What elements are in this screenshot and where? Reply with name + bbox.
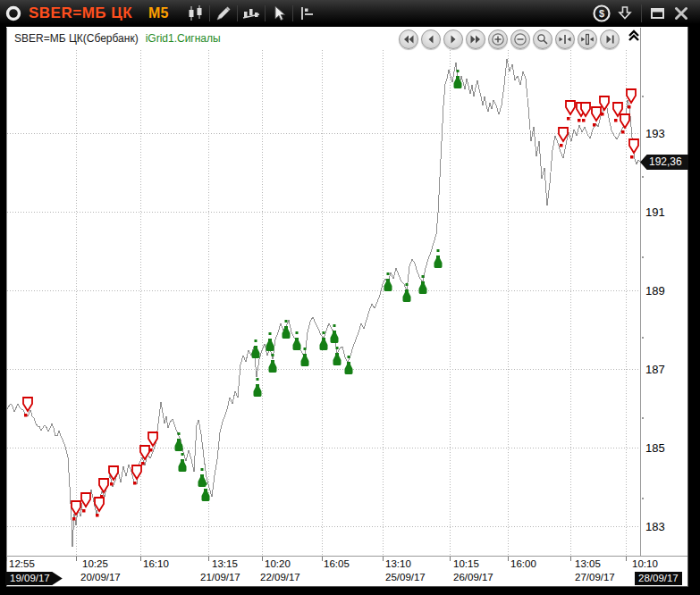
- time-axis-label: 13:05: [575, 558, 601, 569]
- time-axis-label: 10:25: [82, 558, 108, 569]
- buy-signal-dot: [285, 320, 288, 323]
- buy-signal-marker: [434, 256, 443, 268]
- buy-signal-marker: [301, 354, 309, 366]
- time-axis-label: 10:15: [453, 558, 479, 569]
- time-tick: [450, 557, 451, 561]
- price-minor-tick: [642, 417, 644, 419]
- time-tick: [570, 557, 571, 561]
- time-axis-label: 13:10: [385, 558, 411, 569]
- sell-signal-marker: [629, 139, 638, 153]
- buy-signal-dot: [181, 453, 184, 456]
- sell-signal-dot: [133, 482, 137, 485]
- time-tick: [626, 557, 627, 561]
- buy-signal-marker: [403, 289, 411, 302]
- buy-signal-dot: [205, 482, 207, 485]
- buy-signal-marker: [331, 331, 339, 343]
- buy-signal-dot: [348, 356, 350, 358]
- buy-signal-marker: [175, 439, 183, 451]
- date-axis-label: 26/09/17: [453, 572, 493, 582]
- buy-signal-dot: [387, 272, 390, 275]
- sell-signal-dot: [72, 517, 76, 521]
- sell-signal-dot: [593, 123, 596, 127]
- price-axis-label: 193: [645, 127, 685, 140]
- time-tick: [208, 557, 209, 561]
- price-chart[interactable]: [0, 0, 700, 595]
- price-minor-tick: [642, 498, 644, 499]
- time-tick: [383, 557, 384, 561]
- buy-signal-dot: [437, 249, 440, 252]
- price-minor-tick: [642, 256, 644, 258]
- sell-signal-dot: [628, 105, 631, 109]
- buy-signal-dot: [201, 468, 204, 471]
- buy-signal-marker: [345, 362, 353, 374]
- price-axis-label: 183: [645, 520, 685, 533]
- date-axis-label: 20/09/17: [80, 572, 121, 582]
- date-axis-label: 21/09/17: [200, 572, 240, 582]
- sell-signal-marker: [592, 107, 601, 121]
- sell-signal-dot: [24, 414, 28, 417]
- price-axis-label: 191: [645, 205, 685, 219]
- buy-signal-dot: [272, 354, 274, 356]
- time-axis-label: 16:05: [324, 558, 350, 569]
- buy-signal-dot: [422, 275, 425, 278]
- price-minor-tick: [642, 96, 644, 97]
- buy-signal-marker: [202, 489, 210, 501]
- buy-signal-marker: [179, 459, 187, 472]
- buy-signal-dot: [323, 331, 325, 334]
- sell-signal-marker: [620, 114, 629, 128]
- sell-signal-dot: [621, 130, 625, 134]
- date-badge-current-start: 19/09/17: [5, 572, 63, 585]
- price-axis-label: 185: [645, 441, 685, 455]
- sell-signal-dot: [149, 448, 153, 452]
- buy-signal-marker: [293, 338, 301, 350]
- price-line: [7, 59, 640, 547]
- sell-signal-marker: [95, 498, 104, 511]
- sell-signal-dot: [567, 117, 570, 121]
- time-tick: [6, 557, 7, 561]
- buy-signal-marker: [252, 346, 260, 358]
- buy-signal-dot: [333, 324, 336, 327]
- time-axis-label: 13:15: [212, 558, 238, 569]
- date-axis-label: 25/09/17: [385, 572, 426, 582]
- sell-signal-marker: [23, 398, 32, 411]
- price-minor-tick: [642, 337, 644, 339]
- sell-signal-dot: [578, 119, 581, 122]
- buy-signal-dot: [296, 331, 299, 334]
- time-axis-label: 10:10: [632, 558, 658, 569]
- sell-signal-dot: [82, 509, 86, 513]
- time-tick: [140, 557, 141, 561]
- sell-signal-dot: [560, 144, 563, 147]
- buy-signal-dot: [336, 347, 339, 349]
- sell-signal-dot: [630, 155, 634, 159]
- buy-signal-marker: [419, 281, 427, 294]
- buy-signal-marker: [283, 326, 291, 339]
- sell-signal-marker: [566, 101, 575, 114]
- buy-signal-marker: [384, 279, 392, 291]
- time-tick: [322, 557, 323, 561]
- sell-signal-dot: [100, 495, 104, 499]
- buy-signal-dot: [457, 70, 460, 72]
- buy-signal-dot: [269, 332, 272, 335]
- sell-signal-dot: [601, 113, 604, 116]
- buy-signal-dot: [304, 348, 307, 350]
- sell-signal-dot: [141, 462, 145, 465]
- time-axis-label: 16:00: [510, 558, 536, 569]
- time-axis-label: 16:10: [143, 558, 169, 569]
- sell-signal-marker: [559, 128, 568, 141]
- sell-signal-marker: [81, 493, 90, 507]
- last-price-badge: 192,36: [640, 155, 688, 170]
- time-tick: [508, 557, 509, 561]
- sell-signal-marker: [132, 465, 141, 479]
- buy-signal-dot: [255, 339, 257, 342]
- buy-signal-marker: [269, 360, 277, 373]
- sell-signal-marker: [99, 479, 108, 492]
- buy-signal-marker: [320, 338, 328, 350]
- price-axis-label: 187: [645, 363, 685, 376]
- sell-signal-dot: [96, 514, 99, 517]
- date-axis-label: 27/09/17: [575, 572, 615, 582]
- sell-signal-marker: [140, 446, 149, 459]
- buy-signal-marker: [266, 339, 274, 351]
- app-window: SBER=МБ ЦК M5 $ SBER=МБ ЦК(Сбербанк)iGri…: [0, 0, 700, 595]
- sell-signal-dot: [582, 119, 586, 122]
- sell-signal-dot: [614, 119, 618, 122]
